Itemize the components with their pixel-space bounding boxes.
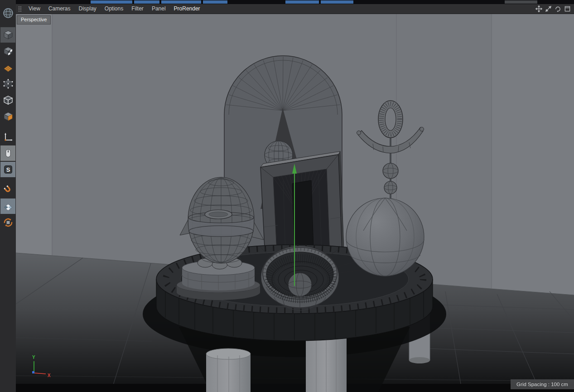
mode-toolbar: S <box>0 26 16 392</box>
menubar-drag-handle-icon[interactable] <box>18 6 22 12</box>
viewport-canvas[interactable]: Y X Grid Spacing : 100 cm Perspective <box>16 14 574 392</box>
scene-svg[interactable]: Y X Grid Spacing : 100 cm <box>16 14 574 392</box>
toolbar-fragment <box>321 0 353 4</box>
viewport-name-label: Perspective <box>17 15 51 24</box>
tweak-mode-icon[interactable] <box>0 145 15 161</box>
pan-icon[interactable] <box>535 5 542 13</box>
cinema4d-viewport-window: View Cameras Display Options Filter Pane… <box>0 0 574 392</box>
menu-filter[interactable]: Filter <box>127 4 148 14</box>
svg-text:S: S <box>6 166 10 173</box>
polygons-mode-icon[interactable] <box>0 109 15 124</box>
grid-spacing-label: Grid Spacing : 100 cm <box>511 379 574 389</box>
globe-icon <box>2 6 14 20</box>
toolbar-fragment <box>161 0 201 4</box>
workplane-lock-icon[interactable] <box>0 215 15 230</box>
menu-panel[interactable]: Panel <box>148 4 170 14</box>
toolbar-fragment <box>285 0 319 4</box>
menu-cameras[interactable]: Cameras <box>44 4 75 14</box>
x-axis-label: X <box>48 373 51 378</box>
viewport-corner <box>0 0 16 26</box>
texture-mode-icon[interactable] <box>0 44 15 59</box>
clipped-toolbar-strip <box>16 0 574 4</box>
toolbar-fragment <box>505 0 537 4</box>
menu-options[interactable]: Options <box>101 4 127 14</box>
maximize-view-icon[interactable] <box>564 5 571 13</box>
viewport-solo-icon[interactable]: S <box>0 162 15 177</box>
workplane-mode-icon[interactable] <box>0 60 15 75</box>
view-nav-icons <box>535 5 574 13</box>
snapping-icon[interactable] <box>0 182 15 198</box>
edges-mode-icon[interactable] <box>0 92 15 108</box>
zoom-icon[interactable] <box>545 5 552 13</box>
sphere-object[interactable] <box>346 198 424 276</box>
y-axis-label: Y <box>32 355 35 360</box>
menu-display[interactable]: Display <box>74 4 100 14</box>
rotate-icon[interactable] <box>554 5 561 13</box>
points-mode-icon[interactable] <box>0 76 15 92</box>
toolbar-fragment <box>203 0 227 4</box>
viewport-menubar: View Cameras Display Options Filter Pane… <box>16 4 574 14</box>
svg-text:Grid Spacing : 100 cm: Grid Spacing : 100 cm <box>516 382 568 387</box>
toolbar-fragment <box>91 0 132 4</box>
quantize-mode-icon[interactable] <box>0 198 15 214</box>
menu-view[interactable]: View <box>24 4 44 14</box>
model-mode-icon[interactable] <box>0 27 15 43</box>
toolbar-fragment <box>134 0 159 4</box>
axis-mode-icon[interactable] <box>0 129 15 145</box>
menu-prorender[interactable]: ProRender <box>170 4 204 14</box>
